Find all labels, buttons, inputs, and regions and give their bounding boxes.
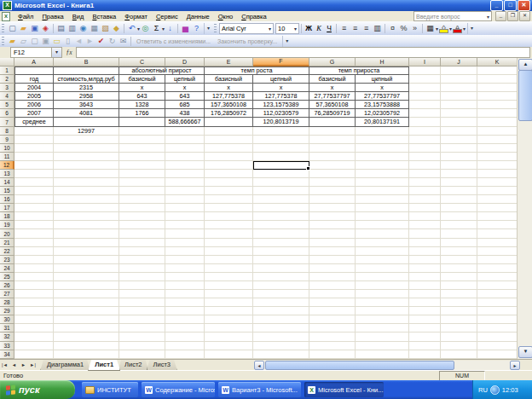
cell-H3[interactable]: x bbox=[356, 84, 409, 92]
copy-icon[interactable]: ▦ bbox=[89, 23, 100, 33]
update-file-icon[interactable]: ↻ bbox=[107, 36, 118, 46]
row-header-14[interactable]: 14 bbox=[0, 178, 14, 187]
cell-B11[interactable] bbox=[54, 153, 119, 161]
open-icon[interactable]: ▰ bbox=[18, 23, 29, 33]
cell-A11[interactable] bbox=[14, 153, 54, 161]
menu-item-8[interactable]: Окно bbox=[214, 13, 237, 20]
row-header-2[interactable]: 2 bbox=[0, 75, 14, 84]
cell-F20[interactable] bbox=[253, 229, 309, 238]
cell-J3[interactable] bbox=[441, 84, 477, 92]
cell-A13[interactable] bbox=[14, 170, 54, 178]
cell-C17[interactable] bbox=[119, 204, 165, 212]
cell-K19[interactable] bbox=[477, 221, 518, 229]
cell-A23[interactable] bbox=[14, 256, 54, 264]
cell-I32[interactable] bbox=[409, 332, 441, 341]
cell-J9[interactable] bbox=[441, 136, 477, 144]
cell-C19[interactable] bbox=[119, 221, 165, 229]
cell-J32[interactable] bbox=[441, 332, 477, 341]
cell-A34[interactable] bbox=[14, 350, 54, 359]
row-header-27[interactable]: 27 bbox=[0, 290, 14, 298]
cell-A19[interactable] bbox=[14, 221, 54, 229]
column-header-C[interactable]: C bbox=[119, 58, 165, 66]
cell-H26[interactable] bbox=[356, 281, 409, 290]
row-header-15[interactable]: 15 bbox=[0, 187, 14, 195]
cell-A31[interactable] bbox=[14, 324, 54, 332]
row-header-12[interactable]: 12 bbox=[0, 161, 14, 170]
cell-E11[interactable] bbox=[205, 153, 253, 161]
cell-A10[interactable] bbox=[14, 144, 54, 153]
cell-I3[interactable] bbox=[409, 84, 441, 92]
cell-C28[interactable] bbox=[119, 298, 165, 307]
cell-G22[interactable] bbox=[309, 247, 356, 256]
cell-G13[interactable] bbox=[309, 170, 356, 178]
cell-I27[interactable] bbox=[409, 290, 441, 298]
print-preview-icon[interactable]: ▥ bbox=[66, 23, 78, 33]
cell-A5[interactable]: 2006 bbox=[14, 101, 54, 109]
cell-A18[interactable] bbox=[14, 212, 54, 221]
fill-handle[interactable] bbox=[306, 166, 310, 171]
cell-E33[interactable] bbox=[205, 342, 253, 350]
cell-A28[interactable] bbox=[14, 298, 54, 307]
cell-G17[interactable] bbox=[309, 204, 356, 212]
cell-J23[interactable] bbox=[441, 256, 477, 264]
cell-H32[interactable] bbox=[356, 332, 409, 341]
cell-C12[interactable] bbox=[119, 161, 165, 170]
cell-J30[interactable] bbox=[441, 315, 477, 324]
cell-D7[interactable]: 588,666667 bbox=[165, 118, 205, 126]
cell-B13[interactable] bbox=[54, 170, 119, 178]
cell-E4[interactable]: 127,775378 bbox=[205, 92, 253, 101]
cell-H27[interactable] bbox=[356, 290, 409, 298]
cell-F11[interactable] bbox=[253, 153, 309, 161]
row-header-30[interactable]: 30 bbox=[0, 315, 14, 324]
cell-A25[interactable] bbox=[14, 273, 54, 281]
cell-C6[interactable]: 1766 bbox=[119, 109, 165, 118]
hyperlink-icon[interactable]: ◎ bbox=[140, 23, 151, 33]
font-name-select[interactable]: Arial Cyr ▾ bbox=[219, 23, 274, 34]
cell-J11[interactable] bbox=[441, 153, 477, 161]
cell-E29[interactable] bbox=[205, 307, 253, 315]
row-header-20[interactable]: 20 bbox=[0, 229, 14, 238]
cell-I33[interactable] bbox=[409, 342, 441, 350]
cell-D19[interactable] bbox=[165, 221, 205, 229]
cell-D23[interactable] bbox=[165, 256, 205, 264]
cell-H2[interactable]: цкпный bbox=[356, 75, 409, 84]
cell-C1[interactable]: абсолютный прирост bbox=[119, 66, 205, 75]
align-center-icon[interactable]: ≡ bbox=[350, 23, 361, 33]
cell-I23[interactable] bbox=[409, 256, 441, 264]
workbook-restore-icon[interactable]: ❐ bbox=[507, 11, 518, 21]
cell-F27[interactable] bbox=[253, 290, 309, 298]
cell-J14[interactable] bbox=[441, 178, 477, 187]
cell-C21[interactable] bbox=[119, 239, 165, 247]
cell-D26[interactable] bbox=[165, 281, 205, 290]
chart-wizard-icon[interactable]: ▅ bbox=[180, 23, 191, 33]
italic-button[interactable]: К bbox=[314, 24, 324, 32]
cell-B17[interactable] bbox=[54, 204, 119, 212]
select-all-corner[interactable] bbox=[0, 58, 14, 66]
cell-G12[interactable] bbox=[309, 161, 356, 170]
cell-K33[interactable] bbox=[477, 342, 518, 350]
minimize-window-icon[interactable]: _ bbox=[490, 0, 503, 11]
cell-I28[interactable] bbox=[409, 298, 441, 307]
next-comment-icon[interactable]: ► bbox=[84, 36, 95, 46]
cell-E15[interactable] bbox=[205, 187, 253, 195]
cell-E31[interactable] bbox=[205, 324, 253, 332]
cell-K7[interactable] bbox=[477, 118, 518, 126]
cell-D20[interactable] bbox=[165, 229, 205, 238]
borders-icon[interactable]: ▦ bbox=[425, 23, 436, 33]
cell-G25[interactable] bbox=[309, 273, 356, 281]
cell-K31[interactable] bbox=[477, 324, 518, 332]
cell-A24[interactable] bbox=[14, 264, 54, 273]
cell-G16[interactable] bbox=[309, 195, 356, 204]
cell-F16[interactable] bbox=[253, 195, 309, 204]
cell-C23[interactable] bbox=[119, 256, 165, 264]
row-header-31[interactable]: 31 bbox=[0, 324, 14, 332]
cell-K9[interactable] bbox=[477, 136, 518, 144]
save-icon[interactable]: ▣ bbox=[29, 23, 40, 33]
cell-H20[interactable] bbox=[356, 229, 409, 238]
cell-C20[interactable] bbox=[119, 229, 165, 238]
cell-I15[interactable] bbox=[409, 187, 441, 195]
cell-B12[interactable] bbox=[54, 161, 119, 170]
cell-E27[interactable] bbox=[205, 290, 253, 298]
cell-B30[interactable] bbox=[54, 315, 119, 324]
cell-D29[interactable] bbox=[165, 307, 205, 315]
